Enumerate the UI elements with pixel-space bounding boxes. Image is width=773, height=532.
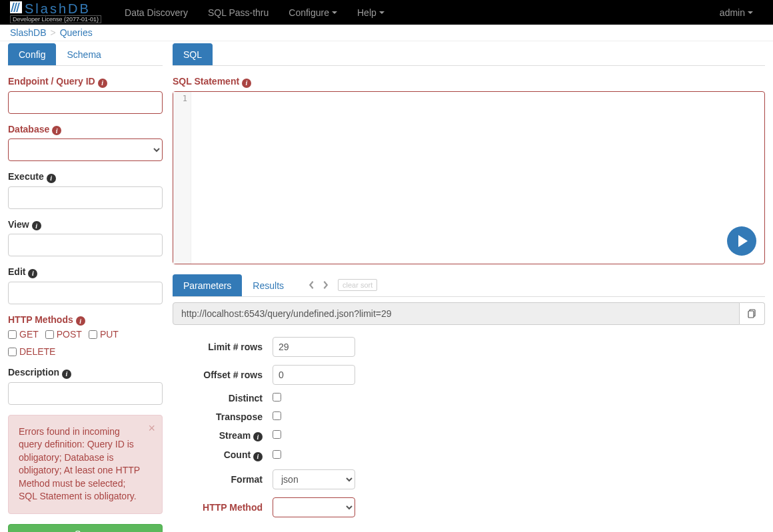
top-navbar: SlashDB Developer License (2077-01-01) D…	[0, 0, 773, 25]
result-subtabs: Parameters Results	[173, 274, 295, 296]
offset-input[interactable]	[273, 365, 355, 385]
limit-input[interactable]	[273, 337, 355, 357]
info-icon[interactable]	[76, 316, 85, 326]
info-icon[interactable]	[32, 221, 41, 230]
editor-textarea[interactable]	[191, 92, 764, 264]
method-get[interactable]: GET	[8, 329, 39, 340]
nav-data-discovery[interactable]: Data Discovery	[115, 1, 198, 24]
info-icon[interactable]	[98, 79, 107, 88]
transpose-label: Transpose	[173, 411, 273, 422]
http-method-select[interactable]	[273, 497, 355, 517]
stream-label: Stream	[173, 430, 273, 442]
endpoint-input[interactable]	[8, 91, 163, 114]
subtab-parameters[interactable]: Parameters	[173, 274, 242, 296]
format-label: Format	[173, 474, 273, 485]
info-icon[interactable]	[242, 79, 251, 88]
info-icon[interactable]	[62, 370, 71, 379]
tab-config[interactable]: Config	[8, 43, 56, 65]
description-input[interactable]	[8, 382, 163, 405]
method-delete[interactable]: DELETE	[8, 346, 55, 357]
nav-help[interactable]: Help	[347, 1, 394, 24]
info-icon[interactable]	[28, 269, 37, 278]
database-label: Database	[8, 124, 163, 136]
license-tag: Developer License (2077-01-01)	[10, 15, 101, 23]
method-put[interactable]: PUT	[89, 329, 119, 340]
view-label: View	[8, 219, 163, 231]
caret-icon	[748, 11, 753, 14]
clear-sort-button[interactable]: clear sort	[338, 279, 377, 291]
copy-icon	[748, 309, 757, 318]
http-methods-label: HTTP Methods	[8, 314, 163, 326]
alert-close-button[interactable]: ×	[148, 422, 155, 434]
subtab-results[interactable]: Results	[242, 274, 295, 296]
count-label: Count	[173, 449, 273, 461]
breadcrumb-root[interactable]: SlashDB	[10, 27, 46, 38]
breadcrumb: SlashDB > Queries	[0, 25, 773, 41]
stream-checkbox[interactable]	[273, 430, 281, 439]
gutter: 1	[173, 92, 191, 264]
edit-input[interactable]	[8, 282, 163, 304]
info-icon[interactable]	[47, 174, 56, 183]
error-alert: × Errors found in incoming query definit…	[8, 415, 163, 515]
logo-text: SlashDB	[25, 1, 91, 17]
navbar-brand[interactable]: SlashDB Developer License (2077-01-01)	[10, 1, 101, 23]
offset-label: Offset # rows	[173, 370, 273, 380]
info-icon[interactable]	[253, 432, 263, 441]
right-tabs: SQL	[173, 43, 765, 66]
transpose-checkbox[interactable]	[273, 411, 281, 420]
sql-statement-label: SQL Statement	[173, 76, 765, 88]
left-tabs: Config Schema	[8, 43, 163, 66]
error-message: Errors found in incoming query definitio…	[19, 426, 140, 502]
nav-user-menu[interactable]: admin	[710, 1, 763, 24]
http-method-label: HTTP Method	[173, 502, 273, 513]
sql-editor[interactable]: 1	[173, 91, 765, 264]
nav-sql-passthru[interactable]: SQL Pass-thru	[198, 1, 279, 24]
svg-rect-1	[748, 311, 754, 318]
distinct-checkbox[interactable]	[273, 393, 281, 401]
run-query-button[interactable]	[727, 226, 756, 256]
copy-url-button[interactable]	[740, 302, 765, 325]
tab-schema[interactable]: Schema	[56, 43, 111, 65]
view-input[interactable]	[8, 234, 163, 256]
info-icon[interactable]	[253, 452, 263, 461]
description-label: Description	[8, 367, 163, 379]
nav-links: Data Discovery SQL Pass-thru Configure H…	[115, 1, 394, 24]
logo-icon	[10, 1, 22, 13]
distinct-label: Distinct	[173, 393, 273, 403]
nav-configure[interactable]: Configure	[279, 1, 347, 24]
count-checkbox[interactable]	[273, 450, 281, 459]
edit-label: Edit	[8, 266, 163, 278]
caret-icon	[332, 11, 337, 14]
page-next-icon[interactable]	[319, 278, 333, 292]
save-button[interactable]: Save	[8, 524, 163, 532]
database-select[interactable]	[8, 138, 163, 161]
method-post[interactable]: POST	[45, 329, 82, 340]
format-select[interactable]: json	[273, 469, 355, 489]
page-prev-icon[interactable]	[305, 278, 318, 292]
breadcrumb-queries[interactable]: Queries	[60, 27, 93, 38]
execute-label: Execute	[8, 171, 163, 183]
breadcrumb-sep: >	[50, 27, 55, 38]
execute-input[interactable]	[8, 186, 163, 209]
limit-label: Limit # rows	[173, 342, 273, 352]
endpoint-label: Endpoint / Query ID	[8, 76, 163, 88]
tab-sql[interactable]: SQL	[173, 43, 213, 65]
caret-icon	[379, 11, 385, 14]
query-url-input[interactable]	[173, 302, 740, 325]
info-icon[interactable]	[52, 126, 61, 135]
